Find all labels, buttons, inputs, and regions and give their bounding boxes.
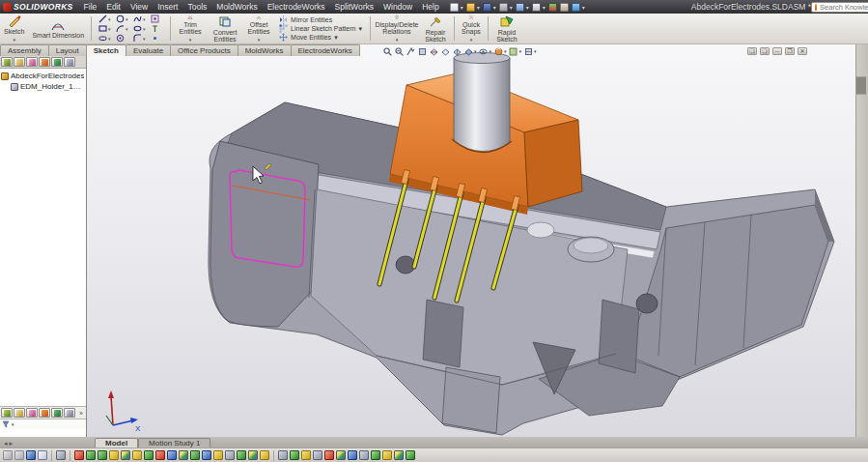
filter-caret-icon[interactable]: ▾ [12, 421, 14, 427]
moldworks-tool-9-icon[interactable] [167, 450, 177, 460]
standard-views-icon[interactable] [452, 46, 462, 56]
moldworks-tool-16-icon[interactable] [248, 450, 258, 460]
moldworks-tool-7-icon[interactable] [144, 450, 154, 460]
tab-evaluate[interactable]: Evaluate [126, 44, 171, 56]
display-style-icon[interactable] [463, 46, 473, 56]
property-manager-tab[interactable] [14, 57, 25, 67]
electrodeworks-tool-9-icon[interactable] [371, 450, 380, 460]
spline-tool-icon[interactable]: ▾ [131, 14, 148, 24]
electrodeworks-tool-3-icon[interactable] [301, 450, 311, 460]
electrodeworks-tool-10-icon[interactable] [382, 450, 392, 460]
bottom-display-tab[interactable] [51, 408, 63, 418]
moldworks-tool-2-icon[interactable] [86, 450, 96, 460]
bottom-dimxpert-tab[interactable] [39, 408, 50, 418]
previous-view-icon[interactable] [417, 46, 427, 56]
relations-caret-icon[interactable]: ▾ [396, 37, 399, 44]
tree-filter[interactable]: ▾ [0, 419, 86, 429]
moldworks-tool-10-icon[interactable] [179, 450, 188, 460]
electrodeworks-tool-12-icon[interactable] [406, 450, 415, 460]
menu-help[interactable]: Help [417, 2, 443, 12]
office-manager-tab[interactable] [64, 57, 75, 67]
tab-scroll-left-icon[interactable]: ◂ [4, 440, 8, 448]
move-entities-button[interactable]: Move Entities ▾ [276, 33, 365, 42]
menu-moldworks[interactable]: MoldWorks [211, 2, 262, 12]
menu-insert[interactable]: Insert [153, 2, 182, 12]
bottom-feature-tree-tab[interactable] [1, 408, 13, 418]
display-manager-tab[interactable] [51, 57, 63, 67]
smart-dimension-button[interactable]: Smart Dimension [28, 14, 88, 43]
electrodeworks-tool-7-icon[interactable] [348, 450, 357, 460]
slot-tool-icon[interactable]: ▾ [97, 34, 113, 43]
motion-study-tab[interactable]: Motion Study 1 [138, 438, 210, 448]
line-tool-icon[interactable]: ▾ [97, 14, 113, 24]
electrodeworks-tool-1-icon[interactable] [278, 450, 288, 460]
bottom-property-tab[interactable] [14, 408, 25, 418]
model-tab[interactable]: Model [95, 438, 138, 448]
repair-sketch-button[interactable]: Repair Sketch [420, 14, 451, 43]
moldworks-tool-17-icon[interactable] [260, 450, 269, 460]
sketch-button[interactable]: Sketch ▾ [0, 14, 28, 43]
edit-appearance-icon[interactable] [493, 46, 503, 56]
edit-color-icon[interactable] [572, 3, 580, 12]
moldworks-tool-12-icon[interactable] [202, 450, 211, 460]
configuration-manager-tab[interactable] [26, 57, 38, 67]
linear-sketch-pattern-button[interactable]: Linear Sketch Pattern ▾ [276, 24, 365, 33]
viewport-3d[interactable]: X ▾ ▾ ▾ ▾ ▾ ❏ ❏ – ❐ ✕ [87, 44, 855, 437]
electrodeworks-tool-6-icon[interactable] [336, 450, 346, 460]
cursor-select-icon[interactable] [38, 450, 47, 460]
moldworks-tool-3-icon[interactable] [98, 450, 107, 460]
view-orientation-icon[interactable] [440, 46, 450, 56]
tabstrip-overflow[interactable]: » [79, 410, 83, 417]
moldworks-tool-13-icon[interactable] [213, 450, 223, 460]
display-delete-relations-button[interactable]: Display/Delete Relations ▾ [374, 14, 420, 43]
tab-moldworks[interactable]: MoldWorks [238, 44, 292, 56]
polygon-tool-icon[interactable] [114, 34, 130, 43]
doc-close-button[interactable]: ✕ [798, 47, 807, 55]
tree-child-item[interactable]: EDM_Holder_1_11-1 [1, 81, 85, 92]
new-document-icon[interactable] [450, 3, 459, 12]
moldworks-tool-1-icon[interactable] [74, 450, 84, 460]
convert-entities-button[interactable]: Convert Entities [207, 14, 243, 43]
save-icon[interactable] [483, 3, 491, 12]
text-tool-icon[interactable] [149, 24, 165, 34]
sketch-caret-icon[interactable]: ▾ [13, 37, 15, 44]
tab-sketch[interactable]: Sketch [86, 44, 126, 56]
doc-tile-icon[interactable]: ❏ [760, 47, 770, 55]
tab-layout[interactable]: Layout [48, 44, 87, 56]
electrodeworks-tool-11-icon[interactable] [394, 450, 404, 460]
sketch-picture-icon[interactable] [149, 14, 165, 24]
move-caret-icon[interactable]: ▾ [334, 33, 338, 42]
hide-show-items-icon[interactable] [479, 46, 489, 56]
trim-entities-button[interactable]: Trim Entities ▾ [174, 14, 207, 43]
menu-edit[interactable]: Edit [101, 2, 126, 12]
open-icon[interactable] [466, 3, 475, 12]
fillet-tool-icon[interactable]: ▾ [131, 34, 148, 43]
moldworks-tool-6-icon[interactable] [132, 450, 142, 460]
zoom-selection-icon[interactable] [406, 46, 415, 56]
select-tool-icon[interactable] [26, 450, 36, 460]
rapid-sketch-button[interactable]: Rapid Sketch [491, 14, 522, 43]
snaps-caret-icon[interactable]: ▾ [470, 37, 473, 44]
menu-tools[interactable]: Tools [182, 2, 211, 12]
arc-tool-icon[interactable]: ▾ [114, 24, 130, 34]
cad-model[interactable]: X [87, 44, 855, 437]
doc-minimize-button[interactable]: – [772, 47, 782, 55]
apply-scene-icon[interactable] [509, 46, 518, 56]
trim-caret-icon[interactable]: ▾ [189, 37, 192, 44]
view-settings-icon[interactable] [523, 46, 533, 56]
circle-tool-icon[interactable]: ▾ [114, 14, 130, 24]
offset-entities-button[interactable]: Offset Entities ▾ [243, 14, 274, 43]
bottom-configuration-tab[interactable] [26, 408, 38, 418]
zoom-fit-icon[interactable] [382, 46, 392, 56]
moldworks-tool-15-icon[interactable] [237, 450, 246, 460]
dimxpert-manager-tab[interactable] [39, 57, 50, 67]
menu-view[interactable]: View [126, 2, 153, 12]
electrodeworks-tool-5-icon[interactable] [324, 450, 334, 460]
section-view-icon[interactable] [429, 46, 438, 56]
electrodeworks-tool-2-icon[interactable] [290, 450, 299, 460]
mirror-entities-button[interactable]: Mirror Entities [276, 15, 365, 24]
tab-office-products[interactable]: Office Products [170, 44, 238, 56]
filter-icon[interactable] [3, 450, 13, 460]
point-tool-icon[interactable] [149, 34, 165, 43]
menu-splitworks[interactable]: SplitWorks [330, 2, 378, 12]
